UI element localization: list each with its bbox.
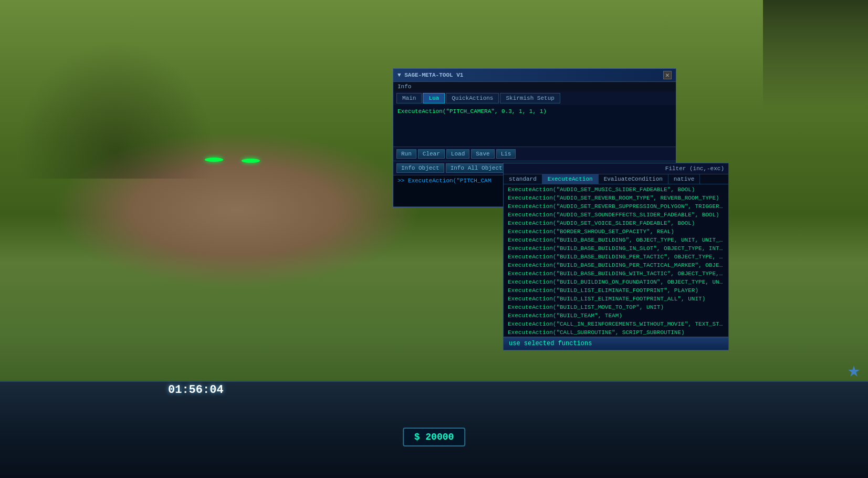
ground-indicator-1 bbox=[205, 158, 223, 162]
list-item[interactable]: ExecuteAction("BUILD_BUILDING_ON_FOUNDAT… bbox=[504, 278, 728, 286]
load-button[interactable]: Load bbox=[446, 149, 469, 159]
tab-main[interactable]: Main bbox=[396, 93, 422, 103]
tool-info-bar: Info bbox=[393, 82, 676, 91]
list-item[interactable]: ExecuteAction("AUDIO_SET_REVERB_ROOM_TYP… bbox=[504, 194, 728, 202]
list-item[interactable]: ExecuteAction("AUDIO_SET_REVERB_SUPPRESS… bbox=[504, 202, 728, 211]
tab-native[interactable]: native bbox=[668, 174, 700, 184]
info-object-button[interactable]: Info Object bbox=[396, 163, 444, 173]
list-item[interactable]: ExecuteAction("BUILD_BASE_BUILDING_PER_T… bbox=[504, 253, 728, 261]
output-content: >> ExecuteAction("PITCH_CAM bbox=[398, 178, 491, 184]
list-item[interactable]: ExecuteAction("CALL_IN_REINFORCEMENTS_WI… bbox=[504, 320, 728, 328]
ground-indicator-2 bbox=[242, 159, 260, 163]
list-button[interactable]: Lis bbox=[496, 149, 516, 159]
list-item[interactable]: ExecuteAction("BUILD_TEAM", TEAM) bbox=[504, 311, 728, 320]
list-item[interactable]: ExecuteAction("BUILD_BASE_BUILDING_WITH_… bbox=[504, 269, 728, 278]
use-selected-button[interactable]: use selected functions bbox=[504, 337, 728, 350]
star-decoration: ★ bbox=[848, 357, 860, 383]
info-all-object-button[interactable]: Info All Object bbox=[446, 163, 507, 173]
run-button[interactable]: Run bbox=[396, 149, 416, 159]
vehicle-area bbox=[16, 42, 215, 179]
save-button[interactable]: Save bbox=[471, 149, 494, 159]
tool-titlebar: ▼ SAGE-META-TOOL V1 ✕ bbox=[393, 69, 676, 82]
list-item[interactable]: ExecuteAction("BUILD_BASE_BUILDING_IN_SL… bbox=[504, 244, 728, 253]
list-item[interactable]: ExecuteAction("BUILD_LIST_ELIMINATE_FOOT… bbox=[504, 295, 728, 303]
game-timer: 01:56:04 bbox=[168, 383, 224, 397]
tab-skirmish[interactable]: Skirmish Setup bbox=[500, 93, 560, 103]
tab-lua[interactable]: Lua bbox=[423, 93, 445, 103]
list-item[interactable]: ExecuteAction("BORDER_SHROUD_SET_OPACITY… bbox=[504, 227, 728, 236]
editor-content: ExecuteAction("PITCH_CAMERA", 0.3, 1, 1,… bbox=[398, 108, 547, 115]
list-item[interactable]: ExecuteAction("BUILD_BASE_BUILDING_PER_T… bbox=[504, 261, 728, 269]
tool-title: ▼ SAGE-META-TOOL V1 bbox=[398, 72, 463, 78]
tool-toolbar: Run Clear Load Save Lis bbox=[393, 147, 676, 161]
code-editor[interactable]: ExecuteAction("PITCH_CAMERA", 0.3, 1, 1,… bbox=[393, 105, 676, 147]
list-item[interactable]: ExecuteAction("BUILD_BASE_BUILDING", OBJ… bbox=[504, 236, 728, 244]
close-button[interactable]: ✕ bbox=[663, 71, 672, 79]
tab-evaluate-condition[interactable]: EvaluateCondition bbox=[599, 174, 668, 184]
list-item[interactable]: ExecuteAction("BUILD_LIST_MOVE_TO_TOP", … bbox=[504, 303, 728, 311]
info-label: Info bbox=[398, 84, 411, 90]
currency-display: $ 20000 bbox=[403, 428, 466, 446]
list-item[interactable]: ExecuteAction("AUDIO_SET_MUSIC_SLIDER_FA… bbox=[504, 185, 728, 194]
function-list[interactable]: ExecuteAction("AUDIO_SET_MUSIC_SLIDER_FA… bbox=[504, 184, 728, 337]
list-item[interactable]: ExecuteAction("AUDIO_SET_SOUNDEFFECTS_SL… bbox=[504, 211, 728, 219]
filter-bar: Filter (inc,-exc) bbox=[504, 163, 728, 174]
filter-label: Filter (inc,-exc) bbox=[665, 165, 724, 172]
hud-bar: 01:56:04 $ 20000 bbox=[0, 381, 868, 478]
list-item[interactable]: ExecuteAction("CALL_SUBROUTINE", SCRIPT_… bbox=[504, 328, 728, 337]
tab-standard[interactable]: standard bbox=[504, 174, 542, 184]
func-tabs: standard ExecuteAction EvaluateCondition… bbox=[504, 174, 728, 184]
structure-right bbox=[763, 0, 868, 184]
tab-quickactions[interactable]: QuickActions bbox=[446, 93, 499, 103]
list-item[interactable]: ExecuteAction("AUDIO_SET_VOICE_SLIDER_FA… bbox=[504, 219, 728, 227]
function-list-panel: Filter (inc,-exc) standard ExecuteAction… bbox=[503, 163, 729, 350]
tool-tabs: Main Lua QuickActions Skirmish Setup bbox=[393, 91, 676, 105]
tab-execute-action[interactable]: ExecuteAction bbox=[542, 174, 599, 184]
clear-button[interactable]: Clear bbox=[418, 149, 445, 159]
list-item[interactable]: ExecuteAction("BUILD_LIST_ELIMINATE_FOOT… bbox=[504, 286, 728, 295]
